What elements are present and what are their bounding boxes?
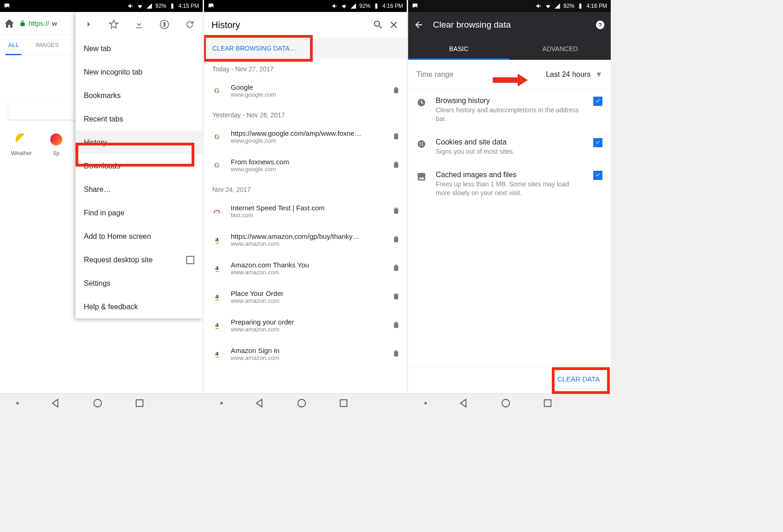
menu-settings[interactable]: Settings [76,272,203,295]
nav-recent-icon[interactable] [339,398,349,408]
history-entry[interactable]: aAmazon.com Thanks Youwww.amazon.com [204,254,407,283]
nav-back-icon[interactable] [51,398,61,408]
signal-icon [554,3,561,9]
battery-icon [577,3,584,9]
signal-icon [350,3,356,9]
menu-recent-tabs[interactable]: Recent tabs [76,107,203,131]
sports-icon [50,133,62,145]
info-icon[interactable] [159,19,169,29]
mute-icon [128,3,134,9]
svg-point-0 [94,399,102,407]
tab-advanced[interactable]: ADVANCED [509,38,611,60]
tab-images[interactable]: IMAGES [34,35,61,55]
menu-history[interactable]: History [76,131,203,154]
history-entry[interactable]: aAmazon Sign Inwww.amazon.com [204,340,407,368]
nav-apps-icon[interactable] [16,402,19,405]
search-icon[interactable] [373,19,384,30]
picture-icon [4,3,10,9]
nav-apps-icon[interactable] [220,402,223,405]
shortcut-sports[interactable]: Sp [50,133,62,156]
history-entry[interactable]: aPlace Your Orderwww.amazon.com [204,283,407,311]
history-entry[interactable]: aPreparing your orderwww.amazon.com [204,311,407,340]
svg-point-12 [502,399,510,407]
download-icon[interactable] [134,19,144,29]
status-time: 4:16 PM [586,3,607,9]
nav-home-icon[interactable] [297,398,307,408]
history-entry-title: https://www.amazon.com/gp/buy/thanky… [231,232,385,240]
svg-point-8 [420,143,421,144]
history-entry[interactable]: Internet Speed Test | Fast.comfast.com [204,197,407,226]
checkbox-cache[interactable] [593,171,602,180]
option-cache[interactable]: Cached images and files Frees up less th… [408,163,611,205]
menu-downloads[interactable]: Downloads [76,154,203,178]
help-icon[interactable]: ? [595,20,605,30]
time-range-row[interactable]: Time range Last 24 hours ▼ [408,60,611,89]
clear-browsing-data-button[interactable]: CLEAR BROWSING DATA… [204,38,407,59]
delete-entry-button[interactable] [392,349,400,359]
history-entry-title: From foxnews.com [231,158,385,166]
clear-data-tabs: BASIC ADVANCED [408,38,611,60]
clear-data-title: Clear browsing data [433,20,586,30]
battery-icon [169,3,175,9]
history-entry[interactable]: GFrom foxnews.comwww.google.com [204,151,407,179]
svg-point-10 [420,145,421,145]
home-icon[interactable] [4,18,15,29]
nav-back-icon[interactable] [255,398,265,408]
reload-icon[interactable] [185,19,195,29]
menu-find[interactable]: Find in page [76,201,203,225]
android-nav-bar [204,393,407,412]
menu-share[interactable]: Share… [76,178,203,201]
chevron-down-icon: ▼ [595,70,602,79]
delete-entry-button[interactable] [392,263,400,273]
favicon: a [210,265,223,272]
nav-recent-icon[interactable] [134,398,145,408]
clear-data-button[interactable]: CLEAR DATA [551,368,606,389]
star-icon[interactable] [109,19,119,29]
menu-new-tab[interactable]: New tab [76,37,203,60]
forward-icon[interactable] [83,19,93,29]
checkbox-cookies[interactable] [593,138,602,147]
menu-desktop-site[interactable]: Request desktop site [76,248,203,272]
delete-entry-button[interactable] [392,292,400,302]
history-title: History [211,20,368,30]
delete-entry-button[interactable] [392,86,400,96]
tab-all[interactable]: ALL [6,35,21,55]
checkbox-history[interactable] [593,97,602,106]
menu-new-incognito[interactable]: New incognito tab [76,60,203,84]
delete-entry-button[interactable] [392,235,400,245]
history-entry[interactable]: Ghttps://www.google.com/amp/www.foxne…ww… [204,122,407,151]
history-entry-url: www.amazon.com [231,354,385,361]
shortcut-weather[interactable]: Weather [11,133,32,156]
delete-entry-button[interactable] [392,206,400,216]
tab-basic[interactable]: BASIC [408,38,509,60]
lock-icon [19,20,26,27]
annotation-arrow [493,77,519,83]
history-entry-title: Amazon Sign In [231,347,385,354]
history-entry[interactable]: ahttps://www.amazon.com/gp/buy/thanky…ww… [204,226,407,254]
menu-add-home[interactable]: Add to Home screen [76,225,203,248]
delete-entry-button[interactable] [392,160,400,170]
menu-bookmarks[interactable]: Bookmarks [76,84,203,107]
delete-entry-button[interactable] [392,320,400,330]
nav-home-icon[interactable] [501,398,511,408]
delete-entry-button[interactable] [392,132,400,142]
signal-icon [146,3,152,9]
status-time: 4:16 PM [382,3,403,9]
screen-1-chrome-menu: 92% 4:15 PM https://w ALL IMAGES Weather… [0,0,203,412]
picture-icon [208,3,214,9]
nav-apps-icon[interactable] [424,402,427,405]
history-entry-url: www.google.com [231,166,385,173]
history-entry[interactable]: GGooglewww.google.com [204,76,407,105]
option-cookies[interactable]: Cookies and site data Signs you out of m… [408,131,611,163]
nav-home-icon[interactable] [93,398,103,408]
history-date-header: Nov 24, 2017 [204,179,407,197]
back-arrow-icon[interactable] [414,20,424,30]
option-browsing-history[interactable]: Browsing history Clears history and auto… [408,89,611,131]
desktop-checkbox[interactable] [186,256,194,264]
history-entry-url: www.amazon.com [231,326,385,333]
nav-recent-icon[interactable] [543,398,553,408]
battery-text: 92% [155,3,166,9]
nav-back-icon[interactable] [459,398,469,408]
close-icon[interactable] [388,19,399,30]
menu-help[interactable]: Help & feedback [76,295,203,318]
